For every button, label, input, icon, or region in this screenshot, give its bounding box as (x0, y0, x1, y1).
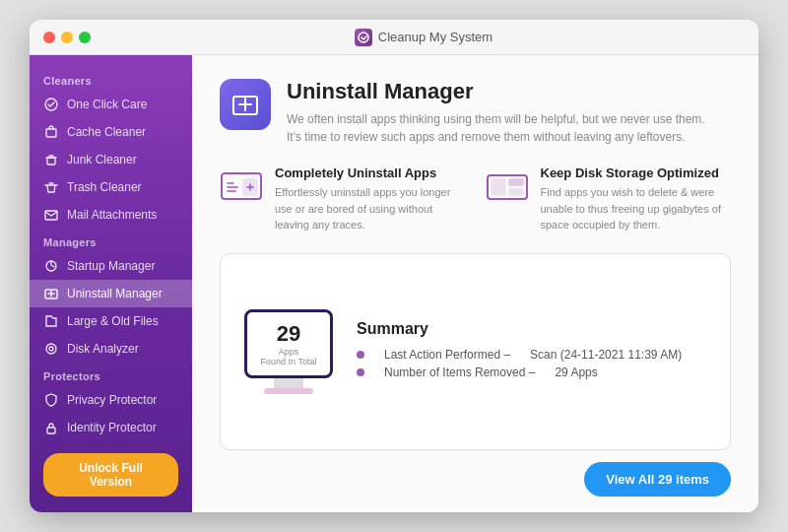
sidebar-item-disk-analyzer[interactable]: Disk Analyzer (30, 335, 192, 363)
main-content: Uninstall Manager We often install apps … (192, 55, 758, 512)
svg-rect-2 (46, 129, 56, 137)
sidebar-item-trash-cleaner[interactable]: Trash Cleaner (30, 173, 192, 201)
monitor-base (264, 388, 313, 394)
feature-uninstall-text: Completely Uninstall Apps Effortlessly u… (275, 166, 466, 233)
protectors-section-label: Protectors (30, 363, 192, 386)
sidebar-item-one-click-care[interactable]: One Click Care (30, 91, 192, 118)
main-feature-icon (220, 79, 271, 130)
sidebar: Cleaners One Click Care Cache Cleaner Ju… (30, 55, 192, 512)
feature-disk: Keep Disk Storage Optimized Find apps yo… (486, 166, 732, 233)
minimize-button[interactable] (61, 32, 73, 43)
traffic-lights (43, 32, 91, 43)
monitor-graphic: 29 Apps Found In Total (244, 309, 333, 394)
unlock-button[interactable]: Unlock Full Version (43, 453, 178, 497)
titlebar: Cleanup My System (30, 20, 758, 55)
titlebar-title: Cleanup My System (102, 29, 745, 46)
sidebar-item-cache-cleaner[interactable]: Cache Cleaner (30, 118, 192, 146)
svg-rect-9 (47, 428, 55, 433)
main-window: Cleanup My System Cleaners One Click Car… (30, 20, 758, 512)
sidebar-item-privacy-protector[interactable]: Privacy Protector (30, 386, 192, 414)
feature-disk-text: Keep Disk Storage Optimized Find apps yo… (541, 166, 732, 233)
app-count-label: Apps Found In Total (261, 347, 317, 366)
app-count: 29 (277, 321, 300, 347)
main-header: Uninstall Manager We often install apps … (220, 79, 731, 146)
summary-info: Summary Last Action Performed – Scan (24… (357, 320, 682, 383)
sidebar-item-identity-protector[interactable]: Identity Protector (30, 414, 192, 441)
close-button[interactable] (43, 32, 55, 43)
summary-card: 29 Apps Found In Total Summary Last Acti… (220, 253, 731, 451)
sidebar-item-junk-cleaner[interactable]: Junk Cleaner (30, 146, 192, 173)
summary-row-2: Number of Items Removed – 29 Apps (357, 366, 682, 379)
page-title: Uninstall Manager (287, 79, 720, 104)
maximize-button[interactable] (79, 32, 91, 43)
sidebar-item-mail-attachments[interactable]: Mail Attachments (30, 201, 192, 229)
page-description: We often install apps thinking using the… (287, 110, 720, 146)
svg-point-1 (45, 99, 57, 110)
svg-rect-3 (47, 158, 55, 165)
svg-rect-14 (492, 179, 505, 195)
svg-point-7 (46, 344, 56, 354)
managers-section-label: Managers (30, 229, 192, 252)
feature-disk-icon (486, 166, 529, 209)
monitor-screen: 29 Apps Found In Total (244, 309, 333, 378)
content-area: Cleaners One Click Care Cache Cleaner Ju… (30, 55, 758, 512)
feature-uninstall-icon (220, 166, 263, 209)
app-icon (355, 29, 372, 46)
svg-rect-16 (509, 189, 523, 195)
monitor-stand (274, 378, 303, 388)
feature-uninstall: Completely Uninstall Apps Effortlessly u… (220, 166, 466, 233)
sidebar-item-large-old-files[interactable]: Large & Old Files (30, 307, 192, 335)
sidebar-item-startup-manager[interactable]: Startup Manager (30, 252, 192, 280)
summary-row-1: Last Action Performed – Scan (24-11-2021… (357, 348, 682, 362)
features-row: Completely Uninstall Apps Effortlessly u… (220, 166, 731, 233)
svg-point-0 (359, 33, 368, 42)
main-footer: View All 29 items (220, 450, 731, 497)
summary-title: Summary (357, 320, 682, 338)
view-all-button[interactable]: View All 29 items (584, 462, 731, 497)
cleaners-section-label: Cleaners (30, 67, 192, 91)
summary-dot-1 (357, 351, 364, 359)
sidebar-item-uninstall-manager[interactable]: Uninstall Manager (30, 280, 192, 307)
summary-dot-2 (357, 368, 364, 376)
sidebar-bottom: Unlock Full Version (30, 441, 192, 508)
main-header-text: Uninstall Manager We often install apps … (287, 79, 720, 146)
svg-point-8 (49, 347, 53, 351)
svg-rect-15 (509, 179, 523, 185)
